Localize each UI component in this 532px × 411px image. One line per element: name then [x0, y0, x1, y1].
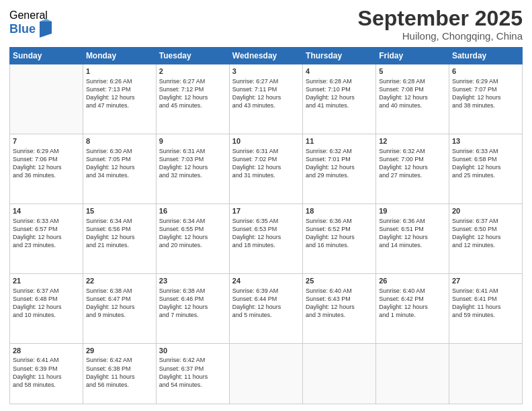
weekday-header-thursday: Thursday: [303, 48, 376, 64]
day-info: Sunrise: 6:38 AM Sunset: 6:47 PM Dayligh…: [86, 287, 153, 320]
day-info: Sunrise: 6:39 AM Sunset: 6:44 PM Dayligh…: [232, 287, 300, 320]
calendar-cell: 25Sunrise: 6:40 AM Sunset: 6:43 PM Dayli…: [303, 273, 376, 343]
day-number: 5: [379, 66, 446, 77]
day-number: 18: [306, 206, 373, 216]
calendar-week-4: 21Sunrise: 6:37 AM Sunset: 6:48 PM Dayli…: [10, 273, 523, 343]
day-number: 1: [86, 66, 153, 77]
weekday-header-row: SundayMondayTuesdayWednesdayThursdayFrid…: [10, 48, 523, 64]
calendar-cell: 27Sunrise: 6:41 AM Sunset: 6:41 PM Dayli…: [449, 273, 522, 343]
day-info: Sunrise: 6:40 AM Sunset: 6:42 PM Dayligh…: [379, 287, 446, 320]
day-info: Sunrise: 6:38 AM Sunset: 6:46 PM Dayligh…: [159, 287, 226, 320]
calendar-cell: 10Sunrise: 6:31 AM Sunset: 7:02 PM Dayli…: [229, 134, 302, 204]
calendar-cell: 24Sunrise: 6:39 AM Sunset: 6:44 PM Dayli…: [229, 273, 302, 343]
calendar-cell: 4Sunrise: 6:28 AM Sunset: 7:10 PM Daylig…: [303, 64, 376, 134]
day-number: 7: [13, 136, 80, 146]
day-number: 8: [86, 136, 153, 146]
day-number: 11: [306, 136, 373, 146]
day-number: 6: [452, 66, 519, 77]
day-number: 17: [232, 206, 300, 216]
calendar-week-1: 1Sunrise: 6:26 AM Sunset: 7:13 PM Daylig…: [10, 64, 523, 134]
page: General Blue September 2025 Huilong, Cho…: [0, 0, 532, 411]
day-number: 25: [306, 276, 373, 286]
logo: General Blue: [9, 9, 52, 38]
header: General Blue September 2025 Huilong, Cho…: [9, 7, 523, 42]
calendar-cell: 11Sunrise: 6:32 AM Sunset: 7:01 PM Dayli…: [303, 134, 376, 204]
calendar-cell: 29Sunrise: 6:42 AM Sunset: 6:38 PM Dayli…: [83, 343, 156, 404]
day-info: Sunrise: 6:29 AM Sunset: 7:07 PM Dayligh…: [452, 77, 519, 110]
weekday-header-saturday: Saturday: [449, 48, 522, 64]
calendar-cell: 1Sunrise: 6:26 AM Sunset: 7:13 PM Daylig…: [83, 64, 156, 134]
calendar-cell: 19Sunrise: 6:36 AM Sunset: 6:51 PM Dayli…: [376, 203, 449, 273]
day-number: 28: [13, 346, 80, 356]
day-info: Sunrise: 6:34 AM Sunset: 6:55 PM Dayligh…: [159, 217, 226, 250]
weekday-header-sunday: Sunday: [10, 48, 83, 64]
day-info: Sunrise: 6:27 AM Sunset: 7:11 PM Dayligh…: [232, 77, 300, 110]
month-title: September 2025: [358, 7, 523, 30]
calendar-cell: 3Sunrise: 6:27 AM Sunset: 7:11 PM Daylig…: [229, 64, 302, 134]
day-info: Sunrise: 6:31 AM Sunset: 7:02 PM Dayligh…: [232, 147, 300, 180]
calendar-cell: 18Sunrise: 6:36 AM Sunset: 6:52 PM Dayli…: [303, 203, 376, 273]
calendar-cell: [229, 343, 302, 404]
day-info: Sunrise: 6:30 AM Sunset: 7:05 PM Dayligh…: [86, 147, 153, 180]
day-info: Sunrise: 6:42 AM Sunset: 6:38 PM Dayligh…: [86, 356, 153, 389]
day-info: Sunrise: 6:33 AM Sunset: 6:58 PM Dayligh…: [452, 147, 519, 180]
day-number: 2: [159, 66, 226, 77]
calendar-table: SundayMondayTuesdayWednesdayThursdayFrid…: [9, 47, 523, 404]
day-info: Sunrise: 6:41 AM Sunset: 6:39 PM Dayligh…: [13, 356, 80, 389]
day-number: 3: [232, 66, 300, 77]
day-info: Sunrise: 6:35 AM Sunset: 6:53 PM Dayligh…: [232, 217, 300, 250]
day-info: Sunrise: 6:32 AM Sunset: 7:01 PM Dayligh…: [306, 147, 373, 180]
day-info: Sunrise: 6:37 AM Sunset: 6:48 PM Dayligh…: [13, 287, 80, 320]
calendar-cell: 9Sunrise: 6:31 AM Sunset: 7:03 PM Daylig…: [156, 134, 229, 204]
day-number: 15: [86, 206, 153, 216]
day-number: 24: [232, 276, 300, 286]
day-info: Sunrise: 6:37 AM Sunset: 6:50 PM Dayligh…: [452, 217, 519, 250]
day-number: 20: [452, 206, 519, 216]
day-info: Sunrise: 6:34 AM Sunset: 6:56 PM Dayligh…: [86, 217, 153, 250]
calendar-week-5: 28Sunrise: 6:41 AM Sunset: 6:39 PM Dayli…: [10, 343, 523, 404]
day-number: 4: [306, 66, 373, 77]
day-info: Sunrise: 6:32 AM Sunset: 7:00 PM Dayligh…: [379, 147, 446, 180]
weekday-header-tuesday: Tuesday: [156, 48, 229, 64]
logo-text: General Blue: [9, 9, 52, 38]
day-number: 22: [86, 276, 153, 286]
day-number: 27: [452, 276, 519, 286]
day-info: Sunrise: 6:28 AM Sunset: 7:08 PM Dayligh…: [379, 77, 446, 110]
calendar-cell: [10, 64, 83, 134]
day-number: 9: [159, 136, 226, 146]
calendar-cell: 30Sunrise: 6:42 AM Sunset: 6:37 PM Dayli…: [156, 343, 229, 404]
svg-marker-0: [40, 21, 52, 38]
calendar-cell: 26Sunrise: 6:40 AM Sunset: 6:42 PM Dayli…: [376, 273, 449, 343]
calendar-cell: [376, 343, 449, 404]
day-info: Sunrise: 6:36 AM Sunset: 6:52 PM Dayligh…: [306, 217, 373, 250]
day-number: 14: [13, 206, 80, 216]
calendar-cell: 22Sunrise: 6:38 AM Sunset: 6:47 PM Dayli…: [83, 273, 156, 343]
calendar-cell: 2Sunrise: 6:27 AM Sunset: 7:12 PM Daylig…: [156, 64, 229, 134]
calendar-cell: [449, 343, 522, 404]
calendar-cell: 14Sunrise: 6:33 AM Sunset: 6:57 PM Dayli…: [10, 203, 83, 273]
day-number: 12: [379, 136, 446, 146]
day-number: 23: [159, 276, 226, 286]
day-info: Sunrise: 6:27 AM Sunset: 7:12 PM Dayligh…: [159, 77, 226, 110]
weekday-header-wednesday: Wednesday: [229, 48, 302, 64]
calendar-week-2: 7Sunrise: 6:29 AM Sunset: 7:06 PM Daylig…: [10, 134, 523, 204]
calendar-cell: 28Sunrise: 6:41 AM Sunset: 6:39 PM Dayli…: [10, 343, 83, 404]
calendar-week-3: 14Sunrise: 6:33 AM Sunset: 6:57 PM Dayli…: [10, 203, 523, 273]
calendar-cell: 13Sunrise: 6:33 AM Sunset: 6:58 PM Dayli…: [449, 134, 522, 204]
day-number: 30: [159, 346, 226, 356]
calendar-cell: 23Sunrise: 6:38 AM Sunset: 6:46 PM Dayli…: [156, 273, 229, 343]
day-number: 13: [452, 136, 519, 146]
day-info: Sunrise: 6:36 AM Sunset: 6:51 PM Dayligh…: [379, 217, 446, 250]
calendar-cell: 21Sunrise: 6:37 AM Sunset: 6:48 PM Dayli…: [10, 273, 83, 343]
location-subtitle: Huilong, Chongqing, China: [358, 30, 523, 42]
calendar-cell: 5Sunrise: 6:28 AM Sunset: 7:08 PM Daylig…: [376, 64, 449, 134]
calendar-cell: 7Sunrise: 6:29 AM Sunset: 7:06 PM Daylig…: [10, 134, 83, 204]
day-number: 21: [13, 276, 80, 286]
logo-blue: Blue: [9, 23, 36, 36]
calendar-cell: 12Sunrise: 6:32 AM Sunset: 7:00 PM Dayli…: [376, 134, 449, 204]
calendar-cell: 16Sunrise: 6:34 AM Sunset: 6:55 PM Dayli…: [156, 203, 229, 273]
weekday-header-friday: Friday: [376, 48, 449, 64]
day-info: Sunrise: 6:31 AM Sunset: 7:03 PM Dayligh…: [159, 147, 226, 180]
day-info: Sunrise: 6:28 AM Sunset: 7:10 PM Dayligh…: [306, 77, 373, 110]
day-number: 26: [379, 276, 446, 286]
